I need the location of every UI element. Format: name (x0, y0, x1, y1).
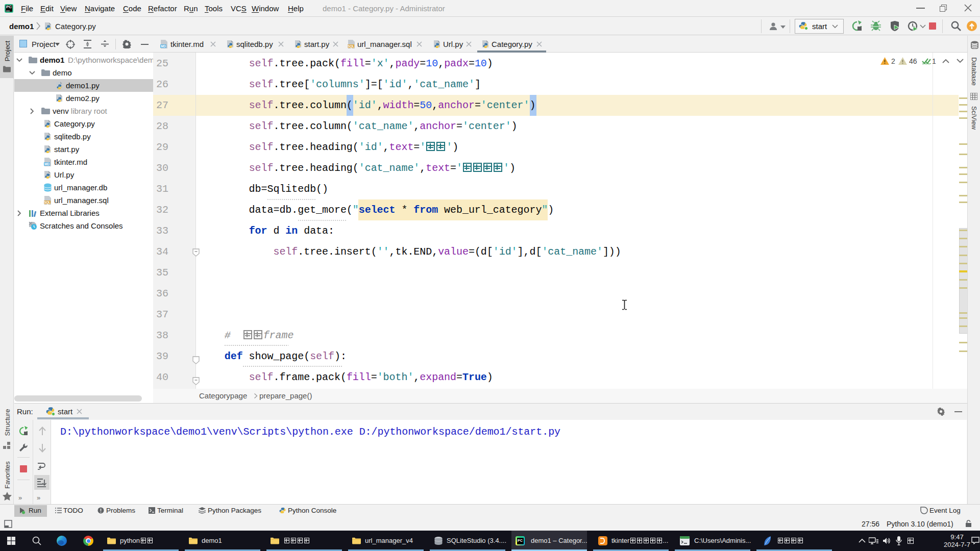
svg-text:SQL: SQL (348, 44, 354, 48)
svg-text:MD: MD (44, 162, 50, 166)
svg-text:SQL: SQL (44, 201, 51, 205)
svg-text:MD: MD (161, 44, 166, 48)
